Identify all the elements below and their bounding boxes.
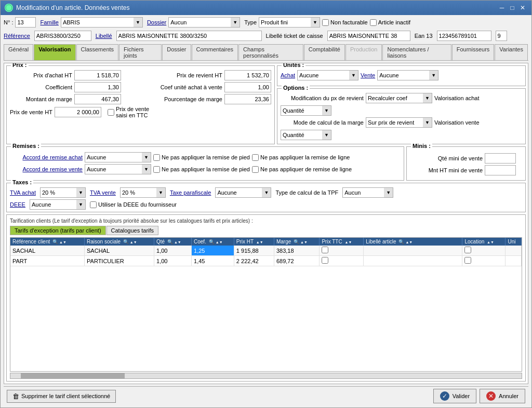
tarif-tab-catalogues[interactable]: Catalogues tarifs bbox=[107, 226, 159, 235]
close-button[interactable]: ✕ bbox=[518, 4, 527, 12]
type-input[interactable]: Produit fini bbox=[259, 17, 311, 28]
vente-unite-label[interactable]: Vente bbox=[361, 72, 375, 78]
modification-input[interactable] bbox=[366, 93, 423, 103]
tva-vente-dropdown[interactable]: ▼ bbox=[156, 187, 166, 198]
achat-unite-input[interactable] bbox=[297, 70, 349, 80]
libelle-caisse-input[interactable]: ABRIS MAISONNETTE 38 bbox=[327, 31, 410, 41]
cancel-button[interactable]: ✕ Annuler bbox=[480, 389, 525, 403]
taxes-section: Taxes : TVA achat ▼ TVA vente ▼ Taxe par… bbox=[6, 183, 526, 212]
horizontal-scrollbar[interactable] bbox=[10, 373, 522, 379]
type-tpf-input[interactable] bbox=[342, 187, 384, 198]
ean-input[interactable]: 123456789101 bbox=[437, 31, 491, 41]
no-label: N° : bbox=[4, 19, 13, 25]
tab-general[interactable]: Général bbox=[4, 44, 33, 60]
taxe-parafiscale-input[interactable] bbox=[215, 187, 262, 198]
location-part-checkbox[interactable] bbox=[464, 257, 471, 264]
maximize-button[interactable]: □ bbox=[508, 4, 517, 12]
modification-dropdown[interactable]: ▼ bbox=[423, 93, 432, 103]
valorisation-achat-input[interactable] bbox=[281, 105, 322, 116]
tab-champs[interactable]: Champs personnalisés bbox=[238, 44, 303, 60]
vente-unite-input[interactable] bbox=[377, 70, 429, 80]
prix-ttc-part-checkbox[interactable] bbox=[322, 257, 328, 264]
location-sachal-checkbox[interactable] bbox=[464, 247, 471, 253]
ne-pas-ligne-vente-checkbox[interactable] bbox=[252, 166, 259, 173]
mode-calcul-input[interactable] bbox=[366, 117, 423, 128]
non-facturable-checkbox[interactable] bbox=[322, 19, 329, 26]
minimize-button[interactable]: ─ bbox=[497, 4, 507, 12]
ne-pas-ligne-achat-checkbox[interactable] bbox=[252, 154, 259, 161]
delete-tarif-button[interactable]: 🗑 Supprimer le tarif client sélectionné bbox=[7, 390, 116, 403]
ne-pas-pied-vente-checkbox[interactable] bbox=[153, 166, 160, 173]
accord-vente-dropdown[interactable]: ▼ bbox=[142, 164, 151, 174]
taxe-parafiscale-dropdown[interactable]: ▼ bbox=[262, 187, 271, 198]
accord-achat-input[interactable] bbox=[85, 152, 142, 162]
no-input[interactable]: 13 bbox=[15, 17, 36, 28]
validate-button[interactable]: ✓ Valider bbox=[433, 389, 476, 403]
tva-achat-input[interactable] bbox=[40, 187, 76, 198]
tab-variantes[interactable]: Variantes bbox=[495, 44, 528, 60]
tva-achat-label[interactable]: TVA achat bbox=[10, 189, 36, 196]
valorisation-vente-input[interactable] bbox=[281, 130, 322, 140]
prix-vente-input[interactable]: 2 000,00 bbox=[55, 107, 101, 117]
prix-revient-input[interactable]: 1 532,70 bbox=[224, 70, 271, 80]
tab-comptabilite[interactable]: Comptabilité bbox=[304, 44, 345, 60]
tarif-tab-exception[interactable]: Tarifs d'exception (tarifs par client) bbox=[10, 226, 106, 235]
vente-unite-dropdown[interactable]: ▼ bbox=[429, 70, 438, 80]
dossier-label[interactable]: Dossier bbox=[147, 19, 166, 25]
famille-dropdown-btn[interactable]: ▼ bbox=[134, 17, 143, 28]
montant-marge-input[interactable]: 467,30 bbox=[74, 94, 121, 104]
tab-fournisseurs[interactable]: Fournisseurs bbox=[452, 44, 495, 60]
cell-location-sachal bbox=[462, 246, 506, 256]
pourcentage-input[interactable]: 23,36 bbox=[224, 94, 271, 104]
libelle-label[interactable]: Libellé bbox=[96, 33, 112, 39]
reference-label[interactable]: Référence bbox=[4, 33, 30, 39]
qte-mini-input[interactable] bbox=[485, 153, 516, 164]
tab-fichiers[interactable]: Fichiers joints bbox=[119, 44, 162, 60]
reference-input[interactable]: ABRIS3800/3250 bbox=[34, 31, 91, 41]
accord-vente-input[interactable] bbox=[85, 164, 142, 174]
article-inactif-checkbox[interactable] bbox=[370, 19, 377, 26]
type-dropdown-btn[interactable]: ▼ bbox=[311, 17, 320, 28]
prix-achat-input[interactable]: 1 518,70 bbox=[74, 70, 121, 80]
cell-marge-part: 689,72 bbox=[274, 256, 319, 266]
tab-commentaires[interactable]: Commentaires bbox=[192, 44, 238, 60]
prix-ttc-checkbox[interactable] bbox=[108, 109, 114, 116]
tva-vente-label[interactable]: TVA vente bbox=[90, 189, 116, 196]
prix-ttc-sachal-checkbox[interactable] bbox=[322, 247, 328, 253]
tab-nomenclatures[interactable]: Nomenclatures / liaisons bbox=[382, 44, 451, 60]
deee-label[interactable]: DEEE bbox=[10, 201, 25, 208]
mnt-mini-input[interactable] bbox=[485, 165, 516, 175]
valorisation-achat-dropdown[interactable]: ▼ bbox=[322, 105, 331, 116]
mode-calcul-combo: ▼ bbox=[366, 117, 432, 128]
accord-vente-label[interactable]: Accord de remise vente bbox=[10, 166, 83, 172]
valorisation-vente-dropdown[interactable]: ▼ bbox=[322, 130, 331, 140]
accord-achat-label[interactable]: Accord de remise achat bbox=[10, 154, 83, 160]
ne-pas-pied-achat-checkbox[interactable] bbox=[153, 154, 160, 161]
deee-input[interactable] bbox=[30, 199, 76, 210]
dossier-input[interactable]: Aucun bbox=[168, 17, 231, 28]
tab-valorisation[interactable]: Valorisation bbox=[34, 44, 75, 60]
tva-vente-input[interactable] bbox=[120, 187, 156, 198]
mode-calcul-dropdown[interactable]: ▼ bbox=[423, 117, 432, 128]
utiliser-deee-checkbox[interactable] bbox=[90, 201, 97, 208]
deee-dropdown[interactable]: ▼ bbox=[76, 199, 86, 210]
type-tpf-dropdown[interactable]: ▼ bbox=[384, 187, 393, 198]
tab-dossier[interactable]: Dossier bbox=[162, 44, 191, 60]
achat-unite-label[interactable]: Achat bbox=[281, 72, 295, 78]
famille-label[interactable]: Famille bbox=[40, 19, 58, 25]
tab-classements[interactable]: Classements bbox=[76, 44, 119, 60]
coef-input[interactable]: 1,30 bbox=[74, 82, 121, 92]
tarif-table: Référence client 🔍▲▼ Raison sociale 🔍▲▼ … bbox=[10, 238, 522, 266]
taxe-parafiscale-label[interactable]: Taxe parafiscale bbox=[170, 189, 211, 196]
tva-achat-combo: ▼ bbox=[40, 187, 86, 198]
cell-coef-sachal[interactable]: 1,25 bbox=[192, 246, 234, 256]
famille-input[interactable]: ABRIS bbox=[61, 17, 134, 28]
ean-num-input[interactable]: 9 bbox=[496, 31, 507, 41]
dossier-dropdown-btn[interactable]: ▼ bbox=[231, 17, 240, 28]
accord-achat-dropdown[interactable]: ▼ bbox=[142, 152, 151, 162]
tva-achat-dropdown[interactable]: ▼ bbox=[76, 187, 86, 198]
coef-label: Coefficient bbox=[10, 84, 72, 90]
libelle-input[interactable]: ABRIS MAISONNETTE 3800/3250 bbox=[116, 31, 262, 41]
coef-unite-input[interactable]: 1,00 bbox=[224, 82, 271, 92]
achat-unite-dropdown[interactable]: ▼ bbox=[349, 70, 358, 80]
